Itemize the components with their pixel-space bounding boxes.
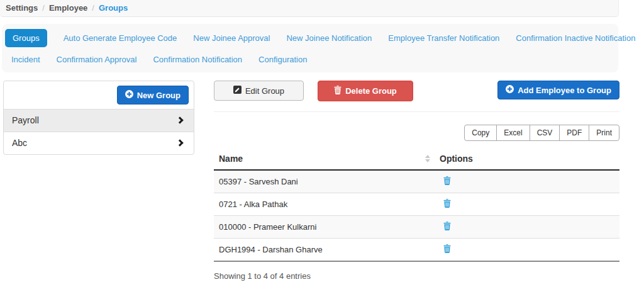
tab-confirmation-inactive-notification[interactable]: Confirmation Inactive Notification xyxy=(516,33,635,43)
column-header-options[interactable]: Options xyxy=(433,154,614,164)
tab-employee-transfer-notification[interactable]: Employee Transfer Notification xyxy=(388,33,499,43)
group-list-item-payroll[interactable]: Payroll xyxy=(4,109,194,132)
tab-auto-generate-employee-code[interactable]: Auto Generate Employee Code xyxy=(64,33,177,43)
table-header-row: Name Options xyxy=(214,149,619,171)
employee-name-cell: 0721 - Alka Pathak xyxy=(219,200,433,209)
chevron-right-icon xyxy=(176,116,183,123)
table-row: 0721 - Alka Pathak xyxy=(214,193,619,216)
group-list-item-abc[interactable]: Abc xyxy=(4,132,194,154)
column-header-name[interactable]: Name xyxy=(219,154,433,164)
breadcrumb-item-employee[interactable]: Employee xyxy=(49,3,87,13)
csv-button[interactable]: CSV xyxy=(530,125,560,141)
print-button[interactable]: Print xyxy=(589,125,619,141)
row-options-cell xyxy=(433,222,614,232)
table-row: 010000 - Prameer Kulkarni xyxy=(214,216,619,239)
chevron-right-icon xyxy=(176,139,183,146)
tab-confirmation-notification[interactable]: Confirmation Notification xyxy=(153,55,242,64)
row-options-cell xyxy=(433,176,614,187)
tab-groups[interactable]: Groups xyxy=(5,29,47,47)
remove-employee-button[interactable] xyxy=(443,222,451,230)
tab-new-joinee-notification[interactable]: New Joinee Notification xyxy=(286,33,372,43)
table-row: 05397 - Sarvesh Dani xyxy=(214,171,619,193)
plus-circle-icon xyxy=(506,85,514,95)
sort-icon[interactable] xyxy=(425,155,430,162)
group-list-header: New Group xyxy=(4,81,194,109)
add-employee-label: Add Employee to Group xyxy=(518,86,611,95)
add-employee-to-group-button[interactable]: Add Employee to Group xyxy=(497,81,619,99)
name-column-label: Name xyxy=(219,154,243,164)
export-button-group: Copy Excel CSV PDF Print xyxy=(214,125,619,141)
trash-icon xyxy=(443,245,451,255)
row-options-cell xyxy=(433,199,614,210)
group-list-panel: New Group Payroll Abc xyxy=(3,81,194,155)
pdf-button[interactable]: PDF xyxy=(559,125,589,141)
new-group-button[interactable]: New Group xyxy=(117,86,189,104)
delete-group-button[interactable]: Delete Group xyxy=(318,81,413,101)
group-name: Abc xyxy=(12,138,27,148)
employee-name-cell: 05397 - Sarvesh Dani xyxy=(219,177,433,186)
group-name: Payroll xyxy=(12,115,39,125)
breadcrumb-item-settings[interactable]: Settings xyxy=(6,3,38,13)
remove-employee-button[interactable] xyxy=(443,176,451,185)
row-options-cell xyxy=(433,244,614,255)
excel-button[interactable]: Excel xyxy=(496,125,530,141)
sort-up-arrow xyxy=(425,155,430,158)
table-row: DGH1994 - Darshan Gharve xyxy=(214,239,619,262)
employee-name-cell: 010000 - Prameer Kulkarni xyxy=(219,222,433,232)
plus-circle-icon xyxy=(125,90,133,100)
employee-name-cell: DGH1994 - Darshan Gharve xyxy=(219,245,433,254)
options-column-label: Options xyxy=(440,154,473,164)
trash-icon xyxy=(334,86,341,96)
sort-down-arrow xyxy=(425,159,430,162)
new-group-label: New Group xyxy=(137,91,180,100)
remove-employee-button[interactable] xyxy=(443,199,451,208)
tab-row-1: Groups Auto Generate Employee Code New J… xyxy=(5,29,612,47)
tab-confirmation-approval[interactable]: Confirmation Approval xyxy=(57,55,137,64)
trash-icon xyxy=(443,223,451,232)
toolbar-divider xyxy=(214,111,619,112)
edit-icon xyxy=(233,86,242,96)
group-members-table: Name Options 05397 - Sarvesh Dani 0721 -… xyxy=(214,149,619,262)
group-actions-toolbar: Edit Group Delete Group Add Employee to … xyxy=(214,81,619,101)
remove-employee-button[interactable] xyxy=(443,244,451,253)
breadcrumb-separator: / xyxy=(42,3,45,13)
tab-row-2: Incident Confirmation Approval Confirmat… xyxy=(5,55,612,64)
edit-group-label: Edit Group xyxy=(245,86,284,96)
delete-group-label: Delete Group xyxy=(345,86,397,96)
tab-new-joinee-approval[interactable]: New Joinee Approval xyxy=(193,33,270,43)
breadcrumb-separator: / xyxy=(92,3,94,13)
edit-group-button[interactable]: Edit Group xyxy=(214,81,304,101)
trash-icon xyxy=(443,200,451,210)
breadcrumb: Settings / Employee / Groups xyxy=(0,0,619,17)
breadcrumb-item-groups: Groups xyxy=(99,3,128,13)
copy-button[interactable]: Copy xyxy=(464,125,497,141)
trash-icon xyxy=(443,178,451,187)
tab-configuration[interactable]: Configuration xyxy=(258,55,307,64)
settings-tabs-panel: Groups Auto Generate Employee Code New J… xyxy=(2,24,618,72)
tab-incident[interactable]: Incident xyxy=(11,55,40,64)
group-detail-panel: Edit Group Delete Group Add Employee to … xyxy=(214,81,619,281)
table-entries-summary: Showing 1 to 4 of 4 entries xyxy=(214,271,619,281)
